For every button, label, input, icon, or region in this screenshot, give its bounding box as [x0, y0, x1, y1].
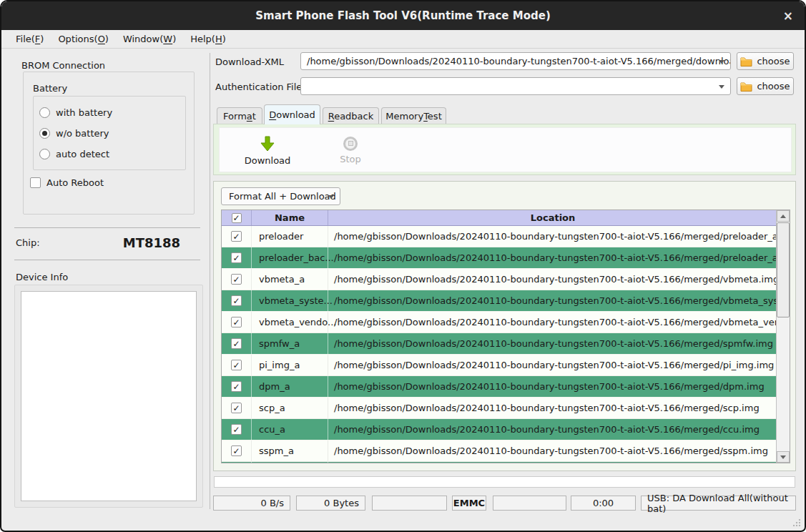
folder-icon	[740, 56, 752, 66]
menu-item-file[interactable]: File(F)	[10, 32, 49, 46]
tab-download[interactable]: Download	[264, 104, 320, 124]
scrollbar-thumb[interactable]	[777, 222, 790, 317]
tab-memorytest[interactable]: MemoryTest	[381, 107, 446, 124]
separator	[14, 260, 200, 260]
download-button-label: Download	[245, 155, 291, 166]
radio-wo-battery[interactable]: w/o battery	[39, 128, 109, 139]
menu-item-window[interactable]: Window(W)	[117, 32, 182, 46]
check-icon: ✓	[232, 254, 240, 262]
label-text: Help(	[190, 34, 215, 44]
scroll-down-button[interactable]	[777, 451, 790, 463]
partition-location: /home/gbisson/Downloads/20240110-boundar…	[328, 355, 777, 375]
menu-item-help[interactable]: Help(H)	[185, 32, 232, 46]
tab-format[interactable]: Format	[217, 107, 262, 124]
chevron-down-icon[interactable]	[719, 60, 724, 64]
label-text: ownload	[276, 109, 315, 120]
location-column-header[interactable]: Location	[328, 210, 777, 225]
download-xml-choose-button[interactable]: choose	[737, 52, 794, 70]
check-icon: ✓	[232, 361, 240, 370]
authentication-file-choose-button[interactable]: choose	[737, 77, 794, 95]
auto-reboot-option[interactable]: Auto Reboot	[30, 177, 104, 188]
title-bar[interactable]: Smart Phone Flash Tool V6(Runtime Trace …	[1, 1, 805, 30]
radio-icon[interactable]	[39, 149, 50, 159]
triangle-down-icon	[780, 455, 786, 459]
radio-icon[interactable]	[39, 128, 50, 139]
menu-item-options[interactable]: Options(O)	[52, 32, 114, 46]
table-row[interactable]: ✓vbmeta_a/home/gbisson/Downloads/2024011…	[222, 269, 777, 290]
radio-icon[interactable]	[39, 107, 50, 118]
select-all-header-cell[interactable]: ✓	[222, 210, 252, 225]
download-scheme-value: Format All + Download	[229, 191, 336, 202]
chip-value: MT8188	[109, 235, 195, 250]
download-scheme-dropdown[interactable]: Format All + Download	[221, 187, 340, 205]
row-checkbox[interactable]: ✓	[231, 445, 242, 456]
stop-button[interactable]: Stop	[323, 129, 378, 171]
table-row[interactable]: ✓vbmeta_syste.../home/gbisson/Downloads/…	[222, 290, 777, 312]
row-checkbox[interactable]: ✓	[231, 424, 242, 435]
row-checkbox[interactable]: ✓	[231, 338, 242, 349]
row-checkbox[interactable]: ✓	[231, 381, 242, 392]
tab-label: Readback	[328, 111, 374, 122]
row-checkbox[interactable]: ✓	[231, 252, 242, 263]
resize-grip[interactable]	[793, 519, 800, 526]
label-text: t	[252, 111, 256, 122]
check-icon: ✓	[232, 318, 240, 327]
scroll-up-button[interactable]	[777, 210, 790, 222]
row-checkbox[interactable]: ✓	[231, 317, 242, 327]
row-checkbox[interactable]: ✓	[231, 403, 242, 413]
status-elapsed-time: 0:00	[571, 496, 636, 511]
radio-with-battery[interactable]: with battery	[39, 107, 112, 118]
label-text: File(	[16, 34, 35, 44]
check-icon: ✓	[232, 232, 240, 241]
table-row[interactable]: ✓spmfw_a/home/gbisson/Downloads/20240110…	[222, 333, 777, 355]
table-row[interactable]: ✓dpm_a/home/gbisson/Downloads/20240110-b…	[222, 376, 777, 398]
download-xml-label: Download-XML	[215, 56, 284, 67]
row-checkbox[interactable]: ✓	[231, 295, 242, 306]
partition-location: /home/gbisson/Downloads/20240110-boundar…	[328, 312, 777, 332]
table-row[interactable]: ✓scp_a/home/gbisson/Downloads/20240110-b…	[222, 398, 777, 419]
radio-auto-detect[interactable]: auto detect	[39, 149, 109, 159]
partition-name: scp_a	[252, 398, 328, 418]
table-row[interactable]: ✓preloader_bac.../home/gbisson/Downloads…	[222, 247, 777, 269]
table-row[interactable]: ✓ccu_a/home/gbisson/Downloads/20240110-b…	[222, 419, 777, 440]
row-checkbox[interactable]: ✓	[231, 360, 242, 370]
tab-label: Download	[269, 109, 315, 120]
download-xml-combobox[interactable]: /home/gbisson/Downloads/20240110-boundar…	[300, 52, 731, 70]
device-info-group	[14, 285, 203, 508]
table-row[interactable]: ✓pi_img_a/home/gbisson/Downloads/2024011…	[222, 355, 777, 376]
row-checkbox[interactable]: ✓	[231, 274, 242, 285]
table-row[interactable]: ✓vbmeta_vendo.../home/gbisson/Downloads/…	[222, 312, 777, 333]
partition-location: /home/gbisson/Downloads/20240110-boundar…	[328, 333, 777, 354]
partition-name: vbmeta_vendo...	[252, 312, 328, 332]
tab-readback[interactable]: Readback	[323, 107, 379, 124]
close-icon[interactable]: ×	[783, 1, 793, 30]
chevron-down-icon[interactable]	[719, 85, 724, 89]
auto-reboot-checkbox[interactable]	[30, 177, 41, 188]
vertical-scrollbar[interactable]	[776, 210, 790, 463]
download-button[interactable]: Download	[240, 129, 295, 171]
download-tab-panel: Download Stop	[213, 124, 796, 175]
status-storage-type: EMMC	[452, 496, 486, 511]
table-row[interactable]: ✓sspm_a/home/gbisson/Downloads/20240110-…	[222, 440, 777, 462]
authentication-file-combobox[interactable]	[300, 77, 731, 95]
row-checkbox[interactable]: ✓	[231, 231, 242, 242]
label-text: )	[105, 34, 109, 44]
label-text: )	[40, 34, 44, 44]
separator	[14, 227, 200, 228]
chevron-down-icon[interactable]	[328, 195, 334, 199]
check-icon: ✓	[232, 297, 240, 305]
partition-table: ✓ Name Location ✓preloader/home/gbisson/…	[221, 210, 790, 463]
name-column-header[interactable]: Name	[252, 210, 328, 225]
download-arrow-icon	[259, 135, 276, 152]
check-icon: ✓	[232, 383, 240, 391]
radio-label: with battery	[56, 107, 112, 118]
label-mnemonic: D	[269, 109, 276, 120]
device-info-text	[21, 291, 197, 501]
table-row-partial[interactable]	[222, 462, 777, 463]
status-da-mode: USB: DA Download All(without bat)	[641, 496, 796, 511]
partition-name: preloader	[252, 226, 328, 247]
app-window: Smart Phone Flash Tool V6(Runtime Trace …	[0, 0, 806, 532]
status-slot-5	[493, 496, 566, 511]
table-row[interactable]: ✓preloader/home/gbisson/Downloads/202401…	[222, 226, 777, 247]
select-all-checkbox[interactable]: ✓	[232, 213, 242, 223]
